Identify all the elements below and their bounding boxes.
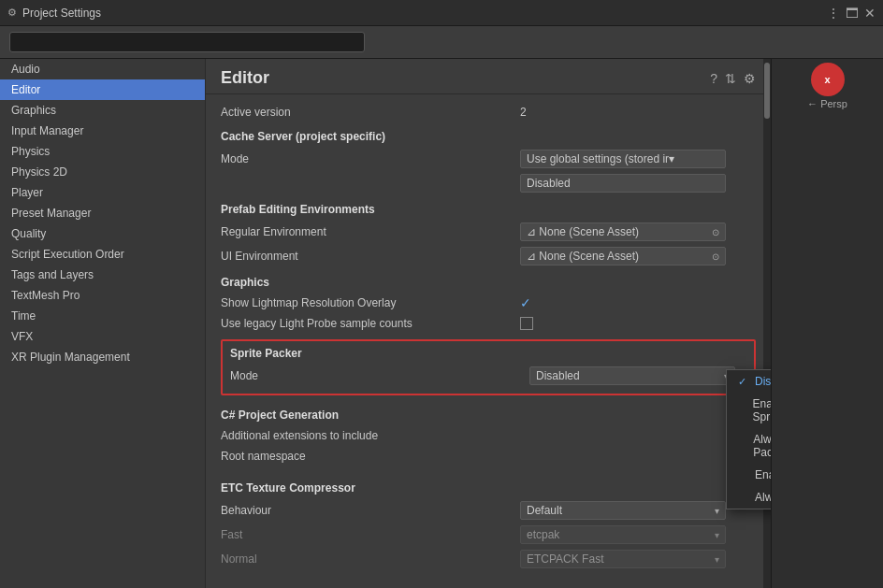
main-content: Audio Editor Graphics Input Manager Phys…: [0, 59, 883, 588]
regular-env-value: ⊿ None (Scene Asset): [527, 225, 639, 238]
persp-panel: x ← Persp: [771, 59, 883, 588]
sidebar-item-physics-2d[interactable]: Physics 2D: [0, 162, 205, 182]
persp-label: ← Persp: [807, 98, 847, 109]
dropdown-option-always-enabled[interactable]: Always Enabled: [727, 486, 771, 509]
maximize-icon[interactable]: 🗖: [846, 6, 859, 21]
close-icon[interactable]: ✕: [864, 6, 876, 21]
cache-disabled-row: Disabled: [221, 171, 756, 195]
dropdown-option-enabled-builds-legacy-label: Enabled For Builds(Legacy Sprite Packer): [753, 397, 771, 423]
cache-disabled-label: Disabled: [527, 177, 571, 190]
ui-env-value: ⊿ None (Scene Asset): [527, 250, 639, 263]
prefab-header: Prefab Editing Environments: [221, 195, 756, 220]
cache-mode-value: Use global settings (stored ir▾: [527, 152, 674, 165]
etc-section: ETC Texture Compressor Behaviour Default…: [221, 474, 756, 571]
root-namespace-label: Root namespace: [221, 450, 520, 463]
lightmap-label: Show Lightmap Resolution Overlay: [221, 296, 520, 309]
additional-ext-row: Additional extensions to include: [221, 425, 756, 446]
cache-mode-dropdown[interactable]: Use global settings (stored ir▾: [520, 150, 726, 168]
sidebar-item-time[interactable]: Time: [0, 306, 205, 326]
etc-behaviour-dropdown[interactable]: Default ▾: [520, 501, 726, 520]
etc-fast-row: Fast etcpak ▾: [221, 523, 756, 547]
sidebar: Audio Editor Graphics Input Manager Phys…: [0, 59, 206, 588]
window-controls[interactable]: ⋮ 🗖 ✕: [827, 6, 876, 21]
dropdown-option-always-enabled-legacy-label: Always Enabled(Legacy Sprite Packer): [753, 433, 771, 459]
more-icon[interactable]: ⋮: [827, 6, 840, 21]
layout-icon[interactable]: ⇅: [725, 71, 736, 86]
legacy-probe-label: Use legacy Light Probe sample counts: [221, 317, 520, 330]
avatar-text: x: [824, 74, 830, 85]
dropdown-option-disabled[interactable]: ✓ Disabled: [727, 370, 771, 393]
etc-behaviour-value: Default: [527, 504, 562, 517]
dropdown-option-enabled-for-builds-label: Enabled For Builds: [755, 468, 771, 481]
sidebar-item-input-manager[interactable]: Input Manager: [0, 121, 205, 141]
etc-normal-value: ETCPACK Fast: [527, 552, 603, 566]
ui-env-dropdown[interactable]: ⊿ None (Scene Asset) ⊙: [520, 247, 726, 265]
page-title: Editor: [221, 68, 269, 88]
cache-disabled-dropdown: Disabled: [520, 174, 726, 193]
regular-env-label: Regular Environment: [221, 225, 520, 238]
help-icon[interactable]: ?: [710, 71, 717, 86]
sidebar-item-vfx[interactable]: VFX: [0, 326, 205, 347]
ui-env-label: UI Environment: [221, 250, 520, 263]
etc-behaviour-label: Behaviour: [221, 504, 520, 517]
gear-icon[interactable]: ⚙: [744, 71, 756, 86]
settings-icon: ⚙: [7, 7, 17, 19]
etc-normal-dropdown[interactable]: ETCPACK Fast ▾: [520, 550, 726, 568]
sprite-packer-box: Sprite Packer Mode Disabled ▾: [221, 339, 756, 395]
lightmap-checkbox[interactable]: ✓: [520, 295, 531, 310]
dropdown-option-disabled-label: Disabled: [755, 375, 771, 388]
ui-env-arrow: ⊙: [712, 251, 719, 262]
title-bar: ⚙ Project Settings ⋮ 🗖 ✕: [0, 0, 883, 26]
search-bar: [0, 26, 883, 59]
sprite-packer-dropdown[interactable]: Disabled ▾: [529, 366, 735, 385]
etc-fast-arrow: ▾: [715, 530, 719, 540]
etc-fast-dropdown[interactable]: etcpak ▾: [520, 525, 726, 544]
legacy-probe-row: Use legacy Light Probe sample counts: [221, 313, 756, 334]
csharp-header: C# Project Generation: [221, 401, 756, 425]
search-input[interactable]: [9, 32, 365, 52]
sprite-packer-mode-row: Mode Disabled ▾: [230, 364, 746, 388]
sidebar-item-audio[interactable]: Audio: [0, 59, 205, 79]
check-icon: ✓: [738, 376, 749, 388]
additional-ext-label: Additional extensions to include: [221, 429, 520, 442]
dropdown-option-always-enabled-label: Always Enabled: [755, 491, 771, 504]
regular-env-dropdown[interactable]: ⊿ None (Scene Asset) ⊙: [520, 222, 726, 241]
sidebar-item-preset-manager[interactable]: Preset Manager: [0, 203, 205, 223]
dropdown-option-enabled-for-builds[interactable]: Enabled For Builds: [727, 464, 771, 486]
active-version-value: 2: [520, 106, 756, 119]
sidebar-item-physics[interactable]: Physics: [0, 141, 205, 162]
active-version-row: Active version 2: [221, 102, 756, 122]
etc-normal-row: Normal ETCPACK Fast ▾: [221, 547, 756, 571]
etc-fast-value: etcpak: [527, 528, 559, 541]
dropdown-option-always-enabled-legacy[interactable]: Always Enabled(Legacy Sprite Packer): [727, 428, 771, 464]
sidebar-item-textmesh-pro[interactable]: TextMesh Pro: [0, 285, 205, 306]
content-header: Editor ? ⇅ ⚙: [206, 59, 771, 94]
sidebar-item-graphics[interactable]: Graphics: [0, 100, 205, 121]
scrollbar-thumb[interactable]: [764, 63, 770, 119]
sidebar-item-tags-and-layers[interactable]: Tags and Layers: [0, 265, 205, 285]
lightmap-row: Show Lightmap Resolution Overlay ✓: [221, 293, 756, 313]
cache-mode-row: Mode Use global settings (stored ir▾: [221, 147, 756, 171]
sidebar-item-editor[interactable]: Editor: [0, 79, 205, 100]
etc-behaviour-row: Behaviour Default ▾: [221, 498, 756, 523]
header-icons: ? ⇅ ⚙: [710, 71, 756, 86]
etc-normal-label: Normal: [221, 552, 520, 566]
active-version-label: Active version: [221, 106, 520, 119]
etc-fast-label: Fast: [221, 528, 520, 541]
root-namespace-row: Root namespace: [221, 446, 756, 466]
avatar: x: [811, 63, 845, 96]
sidebar-item-script-execution-order[interactable]: Script Execution Order: [0, 244, 205, 265]
regular-env-arrow: ⊙: [712, 227, 719, 237]
legacy-probe-checkbox[interactable]: [520, 317, 533, 330]
sprite-packer-popup: ✓ Disabled Enabled For Builds(Legacy Spr…: [726, 369, 771, 509]
graphics-header: Graphics: [221, 268, 756, 293]
window-title: Project Settings: [22, 7, 827, 20]
dropdown-option-enabled-for-builds-legacy[interactable]: Enabled For Builds(Legacy Sprite Packer): [727, 393, 771, 428]
etc-behaviour-arrow: ▾: [715, 506, 719, 516]
etc-normal-arrow: ▾: [715, 554, 719, 565]
sidebar-item-player[interactable]: Player: [0, 182, 205, 203]
sidebar-item-xr-plugin-management[interactable]: XR Plugin Management: [0, 347, 205, 367]
sidebar-item-quality[interactable]: Quality: [0, 223, 205, 244]
regular-env-row: Regular Environment ⊿ None (Scene Asset)…: [221, 220, 756, 244]
sprite-packer-header: Sprite Packer: [230, 347, 746, 364]
